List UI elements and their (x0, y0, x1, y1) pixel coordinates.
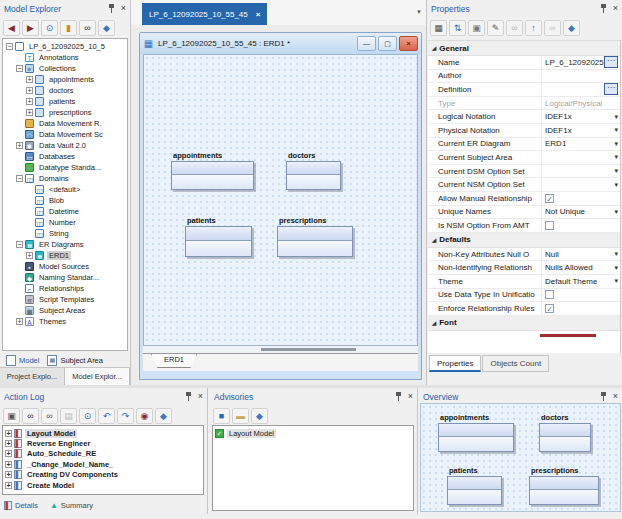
picture-button[interactable]: ▣ (468, 20, 485, 36)
tree-item-erd1[interactable]: +≣ERD1 (3, 250, 127, 261)
tab-properties[interactable]: Properties (429, 355, 481, 372)
checkbox-unchecked[interactable] (545, 290, 554, 299)
dropdown-arrow-icon[interactable]: ▾ (614, 277, 618, 285)
expand-icon[interactable]: + (5, 450, 12, 457)
tree-item-default[interactable]: ◫<default> (3, 184, 127, 195)
expand-icon[interactable]: + (16, 318, 23, 325)
property-group-font[interactable]: ◢Font (428, 316, 620, 331)
expand-icon[interactable]: + (26, 252, 33, 259)
pin-icon[interactable] (600, 4, 607, 13)
property-row-current-dsm-option-set[interactable]: Current DSM Option Set▾ (428, 165, 620, 179)
diagram-canvas[interactable]: appointments doctors patients prescripti… (143, 54, 418, 346)
property-value[interactable]: Default Theme▾ (541, 275, 620, 288)
tab-project-explorer[interactable]: Project Explo... (0, 368, 65, 385)
property-value[interactable]: ✓ (541, 192, 620, 205)
tab-list-dropdown-icon[interactable]: ▼ (416, 9, 422, 15)
overview-entity-appointments[interactable]: appointments (438, 413, 514, 452)
property-value[interactable]: Null▾ (541, 248, 620, 261)
tree-item-data-movement-r[interactable]: Data Movement R. (3, 118, 127, 129)
property-row-current-subject-area[interactable]: Current Subject Area▾ (428, 151, 620, 165)
tree-item-data-movement-sc[interactable]: ◠Data Movement Sc (3, 129, 127, 140)
expand-icon[interactable]: + (5, 440, 12, 447)
dropdown-arrow-icon[interactable]: ▾ (614, 250, 618, 258)
expand-icon[interactable]: + (26, 98, 33, 105)
attach-button[interactable]: ∞ (544, 20, 561, 36)
action-log-item-auto-schedule-re[interactable]: +▌Auto_Schedule_RE (3, 449, 203, 459)
dropdown-arrow-icon[interactable]: ▾ (614, 181, 618, 189)
tree-item-script-templates[interactable]: ≋Script Templates (3, 294, 127, 305)
tree-item-lp-6-12092025-10-5[interactable]: −LP_6_12092025_10_5 (3, 41, 127, 52)
entity-box[interactable] (185, 226, 252, 257)
dropdown-arrow-icon[interactable]: ▾ (614, 167, 618, 175)
action-log-item-layout-model[interactable]: +▌Layout Model (3, 428, 203, 438)
expand-icon[interactable]: + (16, 142, 23, 149)
open-folder-button[interactable]: ▬ (232, 408, 249, 424)
action-log-item-reverse-engineer[interactable]: +▌Reverse Engineer (3, 438, 203, 448)
advisories-titlebar[interactable]: Advisories × (210, 388, 417, 404)
tree-item-domains[interactable]: −◫Domains (3, 173, 127, 184)
checkbox-checked[interactable]: ✓ (545, 194, 554, 203)
property-value[interactable] (541, 70, 620, 83)
diagram-hscrollbar-thumb[interactable] (261, 348, 356, 351)
tree-item-patients[interactable]: +patients (3, 96, 127, 107)
property-row-type[interactable]: TypeLogical/Physical (428, 97, 620, 111)
property-row-allow-manual-relationship[interactable]: Allow Manual Relationship✓ (428, 192, 620, 206)
tag-button[interactable]: ◆ (563, 20, 580, 36)
minimize-button[interactable]: — (357, 36, 376, 51)
forward-button[interactable]: ▶ (22, 20, 39, 36)
tab-subject-area[interactable]: ▦ Subject Area (47, 355, 103, 366)
property-value[interactable]: ▾ (541, 151, 620, 164)
property-row-name[interactable]: NameLP_6_12092025⋯ (428, 56, 620, 70)
property-value[interactable]: ▾ (541, 178, 620, 191)
property-row-use-data-type-in-unificatio[interactable]: Use Data Type In Unificatio (428, 289, 620, 303)
overview-entity-prescriptions[interactable]: prescriptions (529, 466, 599, 505)
tree-item-doctors[interactable]: +doctors (3, 85, 127, 96)
report-button[interactable]: ▤ (60, 408, 77, 424)
expand-icon[interactable]: + (5, 461, 12, 468)
browse-button[interactable]: ⋯ (604, 56, 618, 68)
action-log-item-creating-dv-components[interactable]: +▌Creating DV Components (3, 470, 203, 480)
redo-button[interactable]: ↷ (117, 408, 134, 424)
find-button[interactable]: ∞ (79, 20, 96, 36)
back-button[interactable]: ◀ (3, 20, 20, 36)
action-log-titlebar[interactable]: Action Log × (0, 388, 207, 404)
dropdown-arrow-icon[interactable]: ▾ (614, 153, 618, 161)
tree-item-relationships[interactable]: ⌐Relationships (3, 283, 127, 294)
collapse-icon[interactable]: − (16, 65, 23, 72)
document-tab[interactable]: LP_6_12092025_10_55_45 × (142, 3, 267, 25)
overview-titlebar[interactable]: Overview × (419, 388, 622, 404)
tab-details[interactable]: ▌ Details (4, 501, 38, 510)
entity-patients[interactable]: patients (185, 216, 252, 257)
browse-button[interactable]: ⋯ (604, 83, 618, 95)
collapse-icon[interactable]: − (16, 241, 23, 248)
expand-icon[interactable]: + (5, 482, 12, 489)
overview-canvas[interactable]: appointments doctors patients prescripti… (420, 403, 621, 512)
close-icon[interactable]: × (198, 392, 203, 401)
property-row-enforce-relationship-rules[interactable]: Enforce Relationship Rules✓ (428, 302, 620, 316)
expand-icon[interactable]: + (5, 471, 12, 478)
find-next-button[interactable]: ∞ (41, 408, 58, 424)
overview-entity-patients[interactable]: patients (447, 466, 502, 505)
property-row-theme[interactable]: ThemeDefault Theme▾ (428, 275, 620, 289)
pin-icon[interactable] (395, 392, 402, 401)
dropdown-arrow-icon[interactable]: ▾ (614, 140, 618, 148)
entity-box[interactable] (286, 161, 341, 190)
tree-item-number[interactable]: ◫Number (3, 217, 127, 228)
dropdown-arrow-icon[interactable]: ▾ (614, 126, 618, 134)
checkbox-checked[interactable]: ✓ (545, 304, 554, 313)
find-button[interactable]: ∞ (22, 408, 39, 424)
restore-button[interactable]: ▢ (378, 36, 397, 51)
entity-box[interactable] (171, 161, 254, 190)
collapse-icon[interactable]: − (16, 175, 23, 182)
close-icon[interactable]: × (121, 4, 126, 13)
tree-item-datatype-standa[interactable]: Datatype Standa... (3, 162, 127, 173)
tree-item-string[interactable]: ◫String (3, 228, 127, 239)
copy-button[interactable]: ▣ (3, 408, 20, 424)
expand-icon[interactable]: + (26, 76, 33, 83)
property-row-author[interactable]: Author (428, 70, 620, 84)
dropdown-arrow-icon[interactable]: ▾ (614, 208, 618, 216)
save-button[interactable]: ■ (213, 408, 230, 424)
property-value[interactable]: ▾ (541, 165, 620, 178)
tree-item-prescriptions[interactable]: +prescriptions (3, 107, 127, 118)
window-close-button[interactable]: × (399, 36, 418, 51)
